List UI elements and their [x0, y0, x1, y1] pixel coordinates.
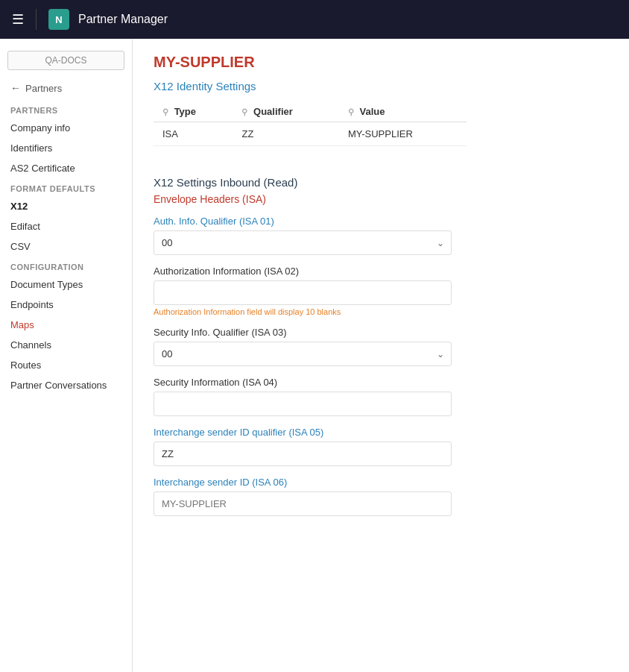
sidebar-search[interactable]: QA-DOCS — [7, 51, 124, 70]
isa04-input[interactable] — [154, 392, 452, 416]
isa02-helper-text: Authorization Information field will dis… — [154, 307, 608, 316]
isa01-label: Auth. Info. Qualifier (ISA 01) — [154, 216, 608, 227]
supplier-title: MY-SUPPLIER — [154, 54, 608, 71]
search-prefix-type: ⚲ — [162, 107, 168, 116]
sidebar-item-document-types[interactable]: Document Types — [0, 274, 132, 295]
sidebar-item-partner-conversations[interactable]: Partner Conversations — [0, 375, 132, 395]
isa01-select[interactable]: 00 01 02 03 — [154, 230, 452, 255]
sidebar-item-x12[interactable]: X12 — [0, 196, 132, 216]
isa06-label: Interchange sender ID (ISA 06) — [154, 477, 608, 488]
cell-qualifier: ZZ — [233, 122, 338, 146]
search-prefix-value: ⚲ — [348, 107, 354, 116]
cell-type: ISA — [154, 122, 233, 146]
sidebar-item-edifact[interactable]: Edifact — [0, 216, 132, 236]
sidebar-item-endpoints[interactable]: Endpoints — [0, 295, 132, 315]
table-row: ISA ZZ MY-SUPPLIER — [154, 122, 467, 146]
isa03-label: Security Info. Qualifier (ISA 03) — [154, 327, 608, 338]
sidebar: QA-DOCS ← Partners PARTNERS Company info… — [0, 39, 133, 672]
settings-inbound-title: X12 Settings Inbound (Read) — [154, 176, 608, 189]
identity-table: ⚲ Type ⚲ Qualifier ⚲ Value ISA ZZ — [154, 101, 467, 146]
main-content: MY-SUPPLIER X12 Identity Settings ⚲ Type… — [133, 39, 629, 672]
isa05-label: Interchange sender ID qualifier (ISA 05) — [154, 427, 608, 438]
envelope-headers-title: Envelope Headers (ISA) — [154, 193, 608, 205]
identity-section-title: X12 Identity Settings — [154, 80, 608, 92]
format-defaults-section-label: FORMAT DEFAULTS — [0, 178, 132, 196]
col-qualifier: ⚲ Qualifier — [233, 101, 338, 122]
sidebar-item-routes[interactable]: Routes — [0, 355, 132, 375]
sidebar-item-as2-certificate[interactable]: AS2 Certificate — [0, 158, 132, 178]
navbar-logo: N — [48, 9, 69, 30]
sidebar-back-link[interactable]: ← Partners — [0, 79, 132, 100]
sidebar-item-maps[interactable]: Maps — [0, 315, 132, 335]
back-arrow-icon: ← — [10, 82, 21, 94]
search-prefix-qualifier: ⚲ — [241, 107, 247, 116]
isa05-input[interactable] — [154, 442, 452, 466]
isa06-input[interactable] — [154, 492, 452, 516]
partners-section-label: PARTNERS — [0, 100, 132, 118]
sidebar-item-csv[interactable]: CSV — [0, 236, 132, 257]
menu-icon[interactable]: ☰ — [12, 11, 24, 28]
isa02-label: Authorization Information (ISA 02) — [154, 266, 608, 277]
isa01-select-wrapper: 00 01 02 03 ⌄ — [154, 230, 452, 255]
configuration-section-label: CONFIGURATION — [0, 257, 132, 274]
col-value: ⚲ Value — [339, 101, 467, 122]
isa02-input[interactable] — [154, 280, 452, 305]
navbar-title: Partner Manager — [78, 13, 168, 26]
sidebar-back-label: Partners — [25, 83, 62, 94]
col-type: ⚲ Type — [154, 101, 233, 122]
sidebar-item-identifiers[interactable]: Identifiers — [0, 138, 132, 158]
sidebar-item-company-info[interactable]: Company info — [0, 118, 132, 138]
isa03-select[interactable]: 00 01 — [154, 342, 452, 366]
isa03-select-wrapper: 00 01 ⌄ — [154, 342, 452, 366]
app-layout: QA-DOCS ← Partners PARTNERS Company info… — [0, 39, 629, 672]
navbar: ☰ N Partner Manager — [0, 0, 629, 39]
cell-value: MY-SUPPLIER — [339, 122, 467, 146]
sidebar-item-channels[interactable]: Channels — [0, 335, 132, 355]
isa04-label: Security Information (ISA 04) — [154, 377, 608, 388]
navbar-divider — [36, 9, 37, 30]
